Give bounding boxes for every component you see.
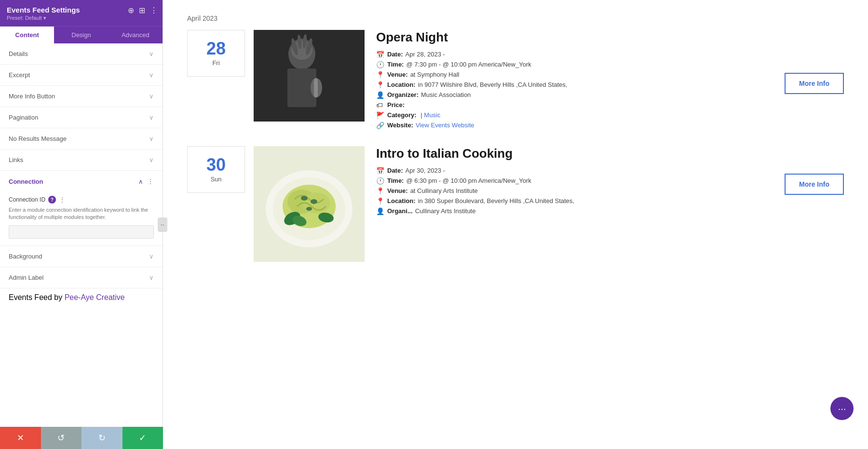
- venue-label-opera: Venue:: [387, 71, 408, 78]
- section-no-results[interactable]: No Results Message ∨: [0, 128, 163, 150]
- more-info-button-opera[interactable]: More Info: [785, 73, 844, 94]
- website-icon-opera: 🔗: [376, 122, 385, 129]
- category-link-opera[interactable]: Music: [424, 111, 440, 119]
- grid-icon[interactable]: ⊞: [139, 6, 145, 15]
- section-more-info-button[interactable]: More Info Button ∨: [0, 86, 163, 107]
- chevron-more-info-icon: ∨: [149, 93, 154, 100]
- category-label-opera: Category:: [387, 111, 417, 119]
- date-day-cooking: 30: [192, 156, 240, 174]
- section-admin-label[interactable]: Admin Label ∨: [0, 267, 163, 288]
- category-icon-opera: 🚩: [376, 111, 385, 119]
- location-label-cooking: Location:: [387, 197, 416, 204]
- date-box-cooking: 30 Sun: [187, 146, 245, 193]
- event-title-opera: Opera Night: [376, 30, 775, 45]
- bottom-bar: ✕ ↺ ↻ ✓: [0, 427, 163, 449]
- section-excerpt-label: Excerpt: [9, 71, 30, 79]
- connection-id-input[interactable]: [9, 225, 154, 239]
- section-pagination[interactable]: Pagination ∨: [0, 107, 163, 128]
- venue-label-cooking: Venue:: [387, 187, 408, 194]
- section-background-label: Background: [9, 253, 42, 260]
- organizer-label-opera: Organizer:: [387, 91, 419, 98]
- connection-section-dots-icon[interactable]: ⋮: [147, 177, 154, 185]
- chat-bubble-icon: ···: [838, 403, 846, 414]
- svg-point-16: [301, 196, 308, 201]
- date-weekday-opera: Fri: [192, 59, 240, 67]
- event-image-cooking: [254, 146, 365, 262]
- event-details-cooking: Intro to Italian Cooking 📅 Date: Apr 30,…: [376, 146, 844, 218]
- save-button[interactable]: ✓: [122, 427, 163, 449]
- section-connection-label: Connection: [9, 178, 43, 185]
- event-title-cooking: Intro to Italian Cooking: [376, 146, 775, 161]
- section-connection[interactable]: Connection ∧ ⋮: [0, 171, 163, 192]
- venue-value-opera: at Symphony Hall: [410, 71, 460, 78]
- meta-organizer-opera: 👤 Organizer: Music Association: [376, 91, 775, 99]
- close-button[interactable]: ✕: [0, 427, 41, 449]
- meta-time-opera: 🕐 Time: @ 7:30 pm - @ 10:00 pm America/N…: [376, 61, 775, 68]
- time-label-cooking: Time:: [387, 177, 404, 184]
- section-admin-label-label: Admin Label: [9, 274, 43, 281]
- chevron-pagination-icon: ∨: [149, 114, 154, 121]
- event-info-opera: Opera Night 📅 Date: Apr 28, 2023 - 🕐 Tim…: [376, 30, 775, 132]
- sidebar-preset[interactable]: Preset: Default ▾: [7, 15, 156, 21]
- date-label-opera: Date:: [387, 51, 403, 58]
- section-details[interactable]: Details ∨: [0, 43, 163, 65]
- time-value-cooking: @ 6:30 pm - @ 10:00 pm America/New_York: [406, 177, 531, 184]
- sidebar: Events Feed Settings Preset: Default ▾ ⊕…: [0, 0, 163, 449]
- footer-text: Events Feed by: [9, 293, 62, 301]
- location-icon-cooking: 📍: [376, 197, 385, 205]
- connection-dots-icon[interactable]: ⋮: [59, 196, 66, 204]
- section-background[interactable]: Background ∨: [0, 246, 163, 267]
- event-details-opera: Opera Night 📅 Date: Apr 28, 2023 - 🕐 Tim…: [376, 30, 844, 132]
- connection-help-icon[interactable]: ?: [48, 196, 56, 204]
- website-link-opera[interactable]: View Events Website: [416, 122, 475, 129]
- undo-button[interactable]: ↺: [41, 427, 82, 449]
- chevron-excerpt-icon: ∨: [149, 71, 154, 79]
- calendar-icon-opera: 📅: [376, 51, 385, 58]
- location-value-opera: in 9077 Wilshire Blvd, Beverly Hills ,CA…: [418, 81, 568, 88]
- date-box-opera: 28 Fri: [187, 30, 245, 77]
- calendar-icon-cooking: 📅: [376, 167, 385, 175]
- sidebar-resize-handle[interactable]: ↔: [158, 218, 167, 232]
- target-icon[interactable]: ⊕: [128, 6, 134, 15]
- header-icons: ⊕ ⊞ ⋮: [128, 6, 158, 15]
- redo-button[interactable]: ↻: [81, 427, 122, 449]
- sidebar-footer: Events Feed by Pee-Aye Creative: [0, 288, 163, 326]
- more-info-button-cooking[interactable]: More Info: [785, 174, 844, 195]
- meta-venue-cooking: 📍 Venue: at Cullinary Arts Institute: [376, 187, 775, 195]
- chevron-links-icon: ∨: [149, 156, 154, 163]
- location-icon-opera: 📍: [376, 81, 385, 89]
- meta-price-opera: 🏷 Price:: [376, 101, 775, 109]
- section-excerpt[interactable]: Excerpt ∨: [0, 65, 163, 86]
- chat-bubble[interactable]: ···: [830, 397, 854, 420]
- tab-design[interactable]: Design: [54, 27, 108, 43]
- more-options-icon[interactable]: ⋮: [150, 6, 158, 15]
- chevron-no-results-icon: ∨: [149, 135, 154, 142]
- date-label-cooking: Date:: [387, 167, 403, 174]
- organizer-icon-cooking: 👤: [376, 207, 385, 215]
- chevron-admin-label-icon: ∨: [149, 274, 154, 281]
- meta-location-cooking: 📍 Location: in 380 Super Boulevard, Beve…: [376, 197, 775, 205]
- venue-value-cooking: at Cullinary Arts Institute: [410, 187, 478, 194]
- connection-description: Enter a module connection identification…: [9, 206, 154, 221]
- chevron-background-icon: ∨: [149, 253, 154, 260]
- meta-date-opera: 📅 Date: Apr 28, 2023 -: [376, 51, 775, 58]
- main-content: April 2023 28 Fri O: [163, 0, 868, 449]
- time-label-opera: Time:: [387, 61, 404, 68]
- section-links[interactable]: Links ∨: [0, 150, 163, 171]
- footer-link[interactable]: Pee-Aye Creative: [65, 293, 125, 301]
- meta-organizer-cooking: 👤 Organi... Cullinary Arts Institute: [376, 207, 775, 215]
- website-label-opera: Website:: [387, 122, 413, 129]
- section-pagination-label: Pagination: [9, 114, 38, 121]
- section-links-label: Links: [9, 156, 23, 163]
- month-label: April 2023: [187, 14, 844, 22]
- svg-point-18: [306, 207, 312, 211]
- tab-advanced[interactable]: Advanced: [108, 27, 163, 43]
- time-value-opera: @ 7:30 pm - @ 10:00 pm America/New_York: [406, 61, 531, 68]
- event-card-opera-night: 28 Fri Opera Night: [187, 30, 844, 132]
- sidebar-body: Details ∨ Excerpt ∨ More Info Button ∨ P…: [0, 43, 163, 449]
- meta-date-cooking: 📅 Date: Apr 30, 2023 -: [376, 167, 775, 175]
- section-no-results-label: No Results Message: [9, 135, 67, 142]
- tab-content[interactable]: Content: [0, 27, 54, 43]
- date-value-opera: Apr 28, 2023 -: [406, 51, 445, 58]
- price-icon-opera: 🏷: [376, 101, 385, 109]
